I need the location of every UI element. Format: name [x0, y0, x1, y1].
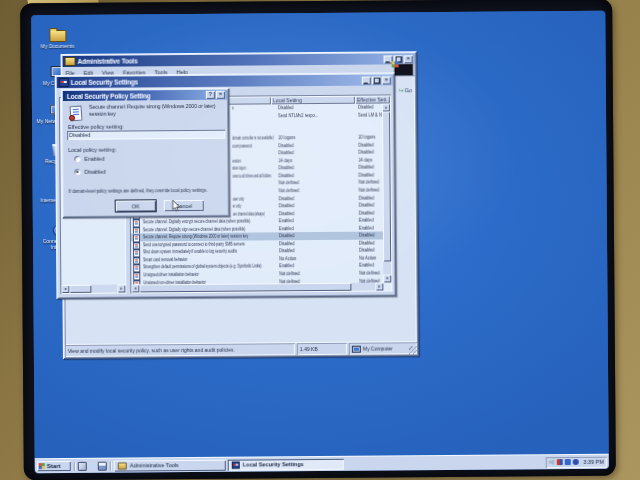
local-setting-value: No Action	[279, 255, 296, 263]
scroll-up-icon[interactable]: ▴	[382, 103, 390, 111]
desktop-icon-label: My Documents	[33, 44, 81, 50]
show-desktop-icon[interactable]	[78, 461, 87, 470]
mouse-cursor	[172, 200, 181, 212]
scrollbar-thumb[interactable]	[382, 111, 391, 261]
scrollbar-thumb[interactable]	[69, 285, 91, 293]
status-size: 1.49 KB	[297, 343, 347, 355]
taskbar-task-local-security-settings[interactable]: Local Security Settings	[228, 458, 344, 470]
maximize-button[interactable]	[372, 76, 381, 84]
effective-setting-value: Disabled	[359, 232, 375, 240]
scrollbar-thumb[interactable]	[139, 283, 351, 293]
crt-screen: My DocumentsMy ComputerMy Network Places…	[20, 0, 616, 480]
effective-setting-value: Disabled	[358, 104, 374, 112]
local-setting-value: Disabled	[278, 165, 294, 173]
local-setting-value: Enabled	[279, 225, 294, 233]
column-header-effective-setting[interactable]: Effective Sett... ▴	[355, 95, 390, 103]
go-button[interactable]: ↪ Go	[398, 86, 411, 93]
cancel-button[interactable]: Cancel	[164, 200, 204, 211]
my-documents-icon	[47, 27, 67, 43]
security-console-icon	[232, 461, 240, 468]
tree-horizontal-scrollbar[interactable]: ◂ ▸	[61, 285, 125, 294]
local-setting-value: 14 days	[278, 157, 292, 165]
my-computer-icon	[352, 345, 361, 352]
policy-name	[232, 127, 325, 128]
local-setting-value: Disabled	[279, 240, 295, 248]
effective-setting-value: Disabled	[358, 141, 374, 149]
effective-setting-value: Enabled	[359, 224, 374, 232]
close-button[interactable]: ×	[216, 91, 225, 99]
policy-name	[232, 119, 325, 120]
divider	[110, 461, 111, 470]
clock: 3:39 PM	[583, 459, 604, 465]
effective-setting-value: Disabled	[359, 202, 375, 210]
radio-icon[interactable]	[74, 169, 80, 175]
title-bar[interactable]: Local Security Settings ×	[57, 74, 393, 88]
local-setting-value: Not defined	[279, 187, 300, 195]
screen: My DocumentsMy ComputerMy Network Places…	[31, 11, 609, 473]
windows-flag-icon	[39, 463, 45, 469]
taskbar-task-administrative-tools[interactable]: Administrative Tools	[114, 459, 226, 471]
divider	[74, 461, 75, 470]
resize-grip[interactable]	[409, 346, 417, 354]
monitor-bezel: My DocumentsMy ComputerMy Network Places…	[0, 0, 640, 480]
system-tray: 3:39 PM	[545, 456, 607, 467]
volume-icon[interactable]	[548, 459, 554, 465]
local-setting-value: Not defined	[279, 180, 300, 188]
local-setting-value: Disabled	[278, 142, 294, 150]
effective-setting-value: 10 logons	[358, 134, 375, 142]
list-horizontal-scrollbar[interactable]: ◂ ▸	[131, 282, 383, 292]
desktop[interactable]: My DocumentsMy ComputerMy Network Places…	[31, 11, 609, 473]
scroll-left-icon[interactable]: ◂	[61, 285, 69, 293]
scroll-right-icon[interactable]: ▸	[117, 285, 125, 293]
local-setting-label: Local policy setting:	[68, 147, 116, 153]
effective-setting-value: Disabled	[359, 239, 375, 247]
close-button[interactable]: ×	[382, 76, 391, 84]
scroll-right-icon[interactable]: ▸	[375, 282, 383, 290]
radio-option-enabled[interactable]: Enabled	[74, 156, 104, 162]
scroll-down-icon[interactable]: ▾	[383, 274, 391, 282]
local-setting-value: Disabled	[279, 202, 295, 210]
radio-option-disabled[interactable]: Disabled	[74, 169, 105, 175]
tray-icon[interactable]	[556, 459, 562, 465]
radio-label: Disabled	[84, 169, 105, 175]
title-bar[interactable]: Administrative Tools ×	[63, 53, 415, 67]
local-setting-value: Not defined	[279, 270, 300, 278]
local-setting-value: Disabled	[278, 149, 294, 157]
scroll-left-icon[interactable]: ◂	[131, 284, 139, 292]
effective-setting-value: Disabled	[358, 149, 374, 157]
internet-explorer-icon[interactable]: e	[89, 462, 96, 469]
local-setting-value: Disabled	[278, 104, 294, 112]
minimize-button[interactable]	[362, 76, 371, 84]
dialog-title-bar[interactable]: Local Security Policy Setting ? ×	[63, 90, 227, 101]
desktop-icon-my-documents[interactable]: My Documents	[33, 27, 81, 50]
radio-label: Enabled	[84, 156, 104, 162]
effective-setting-value: Not defined	[359, 187, 380, 195]
tray-icon[interactable]	[564, 459, 570, 465]
radio-icon[interactable]	[74, 156, 80, 162]
effective-setting-value: 14 days	[358, 156, 372, 164]
effective-setting-value: Enabled	[359, 217, 374, 225]
list-vertical-scrollbar[interactable]: ▴ ▾	[382, 103, 391, 282]
start-button[interactable]: Start	[37, 461, 71, 471]
window-title: Administrative Tools	[78, 57, 138, 64]
policy-document-icon	[69, 106, 83, 121]
folder-icon	[118, 462, 127, 469]
local-setting-value: Enabled	[279, 263, 294, 271]
effective-setting-value: Send LM & NT...	[358, 111, 383, 119]
effective-setting-value: Disabled	[358, 171, 374, 179]
tray-icon[interactable]	[572, 459, 578, 465]
effective-setting-value: Disabled	[358, 164, 374, 172]
mail-icon[interactable]	[98, 461, 107, 470]
dialog-title: Local Security Policy Setting	[67, 92, 150, 100]
task-label: Administrative Tools	[130, 462, 179, 468]
policy-description: Secure channel: Require strong (Windows …	[89, 103, 223, 118]
ok-button[interactable]: OK	[116, 200, 156, 211]
effective-setting-label: Effective policy setting:	[68, 124, 124, 130]
effective-setting-value: Not defined	[359, 270, 380, 278]
close-button[interactable]: ×	[404, 55, 413, 63]
effective-setting-field: Disabled	[67, 130, 225, 140]
go-arrow-icon: ↪	[398, 86, 403, 93]
effective-setting-value: No Action	[359, 254, 376, 262]
help-button[interactable]: ?	[206, 91, 215, 99]
status-zone: My Computer	[349, 342, 417, 355]
